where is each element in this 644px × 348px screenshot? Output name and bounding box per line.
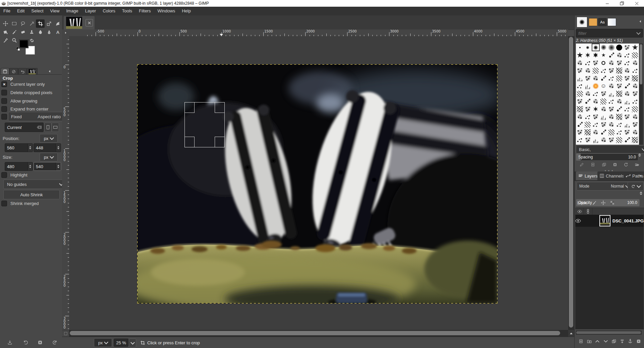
brush-tex3[interactable] (615, 121, 624, 128)
brush-tex2[interactable] (615, 51, 624, 59)
brush-lines[interactable] (631, 105, 639, 113)
brush-tex1[interactable] (607, 136, 615, 144)
brush-lines[interactable] (600, 97, 608, 105)
brush-tex1[interactable] (623, 44, 631, 51)
tab-gradients[interactable] (607, 18, 616, 26)
brush-dock-menu-button[interactable] (638, 19, 643, 24)
brush-tex1[interactable] (584, 105, 592, 113)
brush-tex3[interactable] (592, 90, 600, 97)
aspect-ratio-entry[interactable] (5, 123, 44, 132)
tab-image-thumbnail[interactable] (27, 68, 38, 75)
checkbox[interactable] (1, 106, 7, 112)
brush-tex1[interactable] (584, 136, 592, 144)
canvas[interactable] (69, 36, 568, 330)
tool-color-picker[interactable] (1, 36, 10, 45)
fixed-mode-dropdown[interactable]: Fixed Aspect ratio (8, 112, 64, 121)
brush-lines[interactable] (615, 74, 624, 82)
tab-layers[interactable]: Layers (576, 171, 600, 180)
brush-tex2[interactable] (584, 67, 592, 74)
horizontal-scrollbar[interactable] (69, 330, 568, 337)
brush-tex1[interactable] (623, 74, 631, 82)
brush-star[interactable] (631, 44, 639, 51)
guides-dropdown[interactable]: No guides (3, 180, 66, 189)
brush-solid[interactable] (615, 44, 624, 51)
brush-spark[interactable] (600, 128, 608, 136)
brush-starsm[interactable] (600, 51, 608, 59)
new-layer-button[interactable] (577, 337, 585, 345)
opacity-slider[interactable]: Opacity 100.0 (576, 199, 640, 206)
swap-colors-icon[interactable] (30, 38, 34, 44)
position-y-spinner[interactable] (56, 144, 61, 152)
layers-dock-menu-button[interactable] (638, 173, 643, 178)
brush-tex1[interactable] (600, 121, 608, 128)
brush-scrollbar-thumb[interactable] (640, 44, 642, 84)
spacing-spinner[interactable] (638, 153, 641, 157)
brush-spark[interactable] (607, 51, 615, 59)
delete-layer-button[interactable] (635, 337, 642, 345)
brush-tex2[interactable] (615, 97, 624, 105)
brush-hatch[interactable] (615, 113, 624, 121)
brush-tex1[interactable] (607, 67, 615, 74)
brush-tex3[interactable] (600, 67, 608, 74)
edit-brush-button[interactable] (577, 161, 586, 168)
checkbox[interactable]: × (1, 81, 7, 87)
brush-tex1[interactable] (592, 113, 600, 121)
fixed-checkbox[interactable] (1, 114, 7, 120)
shrink-merged-option[interactable]: Shrink merged (1, 201, 39, 206)
menu-select[interactable]: Select (28, 7, 47, 15)
duplicate-layer-button[interactable] (610, 337, 618, 345)
brush-flake[interactable] (592, 105, 600, 113)
menu-file[interactable]: File (0, 7, 14, 15)
raise-layer-button[interactable] (594, 337, 601, 345)
restore-button[interactable] (614, 0, 629, 7)
brush-grass[interactable] (623, 121, 631, 128)
brush-hatch[interactable] (576, 105, 584, 113)
tool-free-select[interactable] (18, 19, 27, 28)
crop-handle-nw[interactable] (184, 102, 195, 113)
tab-undo-history[interactable] (18, 68, 27, 75)
restore-tool-preset-button[interactable] (20, 338, 31, 346)
checkbox[interactable] (1, 90, 7, 95)
link-column-icon[interactable] (584, 208, 592, 215)
mode-switch-button[interactable] (628, 182, 644, 191)
brush-hatch[interactable] (615, 67, 624, 74)
crop-handle-ne[interactable] (215, 102, 225, 113)
vertical-ruler[interactable]: 050010001500200025003000 (62, 36, 69, 330)
layer-list-scrollbar[interactable] (576, 331, 642, 335)
menu-view[interactable]: View (47, 7, 63, 15)
brush-soft2[interactable] (592, 44, 600, 51)
brush-scrollbar[interactable] (639, 44, 643, 145)
merge-down-button[interactable] (619, 337, 626, 345)
horizontal-ruler[interactable]: -500050010001500200025003000350040004500… (69, 29, 568, 37)
menu-layer[interactable]: Layer (82, 7, 100, 15)
brush-tex1[interactable] (631, 121, 639, 128)
reset-tool-options-button[interactable] (50, 338, 60, 346)
brush-tex1[interactable] (600, 90, 608, 97)
tool-rectangle-select[interactable] (10, 19, 18, 28)
ruler-corner-menu-button[interactable] (62, 29, 69, 37)
save-tool-preset-button[interactable] (5, 338, 15, 346)
brush-tex3[interactable] (623, 51, 631, 59)
new-brush-button[interactable] (588, 161, 597, 168)
brush-tex1[interactable] (623, 128, 631, 136)
menu-tools[interactable]: Tools (119, 7, 136, 15)
option-delete-cropped-pixels[interactable]: Delete cropped pixels (1, 90, 52, 95)
foreground-color-swatch[interactable] (19, 40, 29, 48)
brush-tex2[interactable] (623, 67, 631, 74)
brush-grass[interactable] (584, 82, 592, 90)
brush-hatch[interactable] (631, 136, 639, 144)
layer-visibility-icon[interactable] (575, 219, 581, 223)
crop-handle-se[interactable] (215, 137, 225, 147)
brush-tex2[interactable] (592, 74, 600, 82)
visibility-column-icon[interactable] (576, 208, 584, 215)
brush-tex1[interactable] (615, 59, 624, 67)
brush-tex2[interactable] (600, 136, 608, 144)
delete-brush-button[interactable] (610, 161, 619, 168)
layer-list-empty-area[interactable] (575, 227, 644, 329)
statusbar-unit-dropdown[interactable]: px (94, 338, 112, 347)
opacity-spinner[interactable] (640, 192, 642, 195)
checkbox[interactable] (1, 98, 7, 104)
minimize-button[interactable] (600, 0, 614, 7)
brush-grass[interactable] (576, 74, 584, 82)
clear-entry-icon[interactable] (37, 125, 42, 129)
